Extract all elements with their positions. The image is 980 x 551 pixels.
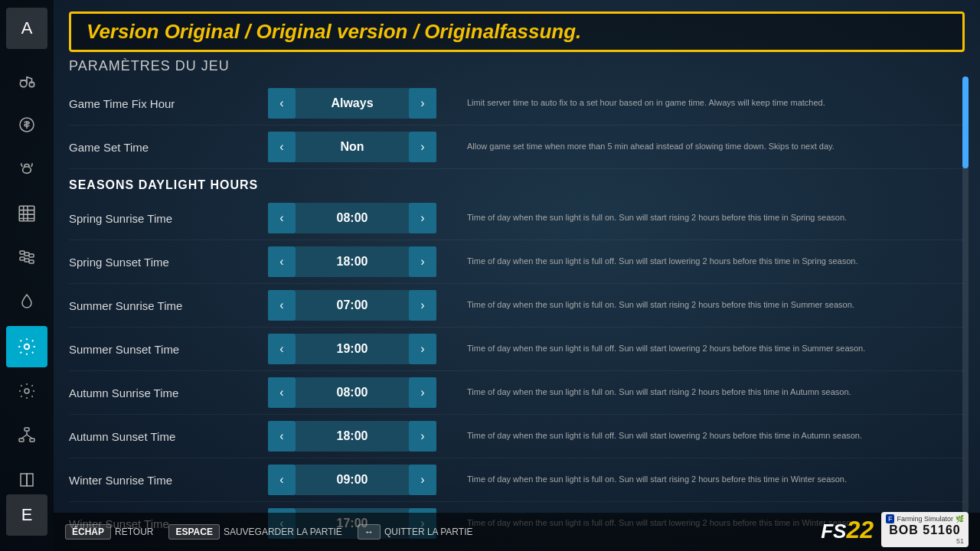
key-label-quitter: QUITTER LA PARTIE (384, 527, 473, 537)
page-title: PARAMÈTRES DU JEU (69, 58, 965, 74)
sidebar-item-a[interactable]: A (6, 8, 47, 49)
setting-increase-summer-sunset[interactable]: › (409, 334, 436, 364)
setting-increase-autumn-sunrise[interactable]: › (409, 377, 436, 408)
version-banner-text: Version Original / Original version / Or… (87, 20, 581, 43)
setting-value-summer-sunrise: 07:00 (296, 290, 409, 321)
setting-increase-summer-sunrise[interactable]: › (409, 290, 436, 321)
sidebar-item-settings[interactable] (6, 370, 47, 412)
letter-e-icon: E (21, 505, 33, 525)
setting-value-spring-sunrise: 08:00 (296, 203, 409, 233)
setting-value-game-set-time: Non (296, 132, 409, 162)
setting-increase-winter-sunrise[interactable]: › (409, 465, 436, 495)
setting-decrease-game-time-fix-hour[interactable]: ‹ (268, 88, 296, 119)
scroll-track[interactable] (962, 77, 969, 513)
setting-decrease-spring-sunset[interactable]: ‹ (268, 246, 296, 277)
plate-number: BOB 51160 (886, 523, 964, 537)
setting-increase-game-time-fix-hour[interactable]: › (409, 88, 436, 119)
svg-point-12 (24, 389, 29, 393)
setting-decrease-summer-sunset[interactable]: ‹ (268, 334, 296, 364)
setting-increase-spring-sunrise[interactable]: › (409, 203, 436, 233)
setting-control-spring-sunset: ‹18:00› (268, 246, 436, 277)
setting-description-game-set-time: Allow game set time when more than 5 min… (436, 141, 965, 152)
svg-rect-6 (24, 253, 29, 256)
setting-description-autumn-sunrise: Time of day when the sun light is full o… (436, 386, 965, 398)
setting-control-summer-sunrise: ‹07:00› (268, 290, 436, 321)
setting-row-autumn-sunset: Autumn Sunset Time‹18:00›Time of day whe… (69, 415, 965, 458)
setting-row-autumn-sunrise: Autumn Sunrise Time‹08:00›Time of day wh… (69, 371, 965, 415)
setting-label-winter-sunrise: Winter Sunrise Time (69, 474, 268, 487)
key-label-sauvegarder: SAUVEGARDER LA PARTIE (224, 527, 342, 537)
setting-label-summer-sunset: Summer Sunset Time (69, 343, 268, 356)
setting-increase-autumn-sunset[interactable]: › (409, 421, 436, 452)
settings-area: Game Time Fix Hour‹Always›Limit server t… (69, 82, 965, 551)
fs22-logo: FS 22 (821, 516, 874, 544)
setting-decrease-game-set-time[interactable]: ‹ (268, 132, 296, 162)
setting-control-autumn-sunset: ‹18:00› (268, 421, 436, 452)
svg-point-3 (23, 167, 31, 174)
section-header-seasons-header: SEASONS DAYLIGHT HOURS (69, 169, 965, 197)
key-badge-espace[interactable]: ESPACE (168, 524, 219, 540)
setting-description-spring-sunrise: Time of day when the sun light is full o… (436, 212, 965, 223)
sidebar-item-chain[interactable] (6, 237, 47, 279)
setting-description-summer-sunrise: Time of day when the sun light is full o… (436, 299, 965, 311)
bottom-bar: ÉCHAP RETOUR ESPACE SAUVEGARDER LA PARTI… (54, 513, 980, 551)
setting-row-winter-sunrise: Winter Sunrise Time‹09:00›Time of day wh… (69, 458, 965, 502)
sidebar-item-fields[interactable] (6, 193, 47, 234)
setting-decrease-summer-sunrise[interactable]: ‹ (268, 290, 296, 321)
setting-increase-spring-sunset[interactable]: › (409, 246, 436, 277)
setting-row-summer-sunrise: Summer Sunrise Time‹07:00›Time of day wh… (69, 284, 965, 328)
key-badge-quitter[interactable]: ↔ (358, 524, 381, 540)
plate-top: F Farming Simulator 🌿 (886, 514, 964, 523)
setting-label-autumn-sunrise: Autumn Sunrise Time (69, 386, 268, 399)
setting-decrease-spring-sunrise[interactable]: ‹ (268, 203, 296, 233)
setting-decrease-winter-sunrise[interactable]: ‹ (268, 465, 296, 495)
setting-label-spring-sunset: Spring Sunset Time (69, 256, 268, 269)
setting-decrease-autumn-sunrise[interactable]: ‹ (268, 377, 296, 408)
bottom-key-echap: ÉCHAP RETOUR (65, 524, 153, 540)
plate-game-label: Farming Simulator (897, 515, 953, 523)
sidebar-item-settings-active[interactable] (6, 326, 47, 367)
setting-value-autumn-sunrise: 08:00 (296, 377, 409, 408)
sidebar-item-tractor[interactable] (6, 60, 47, 101)
network-icon (18, 426, 36, 445)
fs22-logo-area: FS 22 F Farming Simulator 🌿 BOB 51160 51 (821, 512, 969, 547)
animals-icon (17, 159, 37, 179)
fs22-number: 22 (846, 516, 874, 544)
key-label-retour: RETOUR (115, 527, 153, 537)
setting-value-summer-sunset: 19:00 (296, 334, 409, 364)
setting-row-spring-sunset: Spring Sunset Time‹18:00›Time of day whe… (69, 240, 965, 284)
gear-icon (18, 382, 36, 400)
setting-label-summer-sunrise: Summer Sunrise Time (69, 299, 268, 312)
setting-row-summer-sunset: Summer Sunset Time‹19:00›Time of day whe… (69, 328, 965, 371)
book-icon (18, 471, 36, 489)
bottom-key-quitter: ↔ QUITTER LA PARTIE (358, 524, 473, 540)
setting-row-game-time-fix-hour: Game Time Fix Hour‹Always›Limit server t… (69, 82, 965, 126)
setting-label-autumn-sunset: Autumn Sunset Time (69, 430, 268, 443)
setting-control-game-set-time: ‹Non› (268, 132, 436, 162)
key-badge-echap[interactable]: ÉCHAP (65, 524, 111, 540)
fields-icon (17, 204, 37, 223)
svg-point-11 (24, 344, 30, 350)
setting-label-game-set-time: Game Set Time (69, 141, 268, 154)
setting-increase-game-set-time[interactable]: › (409, 132, 436, 162)
version-banner: Version Original / Original version / Or… (69, 11, 965, 52)
scroll-thumb[interactable] (962, 77, 969, 168)
setting-decrease-autumn-sunset[interactable]: ‹ (268, 421, 296, 452)
setting-row-game-set-time: Game Set Time‹Non›Allow game set time wh… (69, 126, 965, 169)
setting-control-autumn-sunrise: ‹08:00› (268, 377, 436, 408)
sidebar-item-economy[interactable] (6, 104, 47, 145)
setting-control-winter-sunrise: ‹09:00› (268, 465, 436, 495)
plate-region: 51 (886, 537, 964, 545)
setting-description-autumn-sunset: Time of day when the sun light is full o… (436, 430, 965, 442)
letter-a-icon: A (21, 18, 33, 38)
setting-value-autumn-sunset: 18:00 (296, 421, 409, 452)
fs-text: FS (821, 520, 846, 543)
svg-rect-8 (20, 257, 24, 260)
sidebar-item-water[interactable] (6, 282, 47, 323)
sidebar-item-e[interactable]: E (6, 494, 47, 536)
water-icon (18, 293, 36, 311)
sidebar-item-animals[interactable] (6, 148, 47, 190)
tractor-icon (17, 70, 37, 90)
sidebar-item-network[interactable] (6, 415, 47, 456)
sidebar: A (0, 0, 54, 551)
